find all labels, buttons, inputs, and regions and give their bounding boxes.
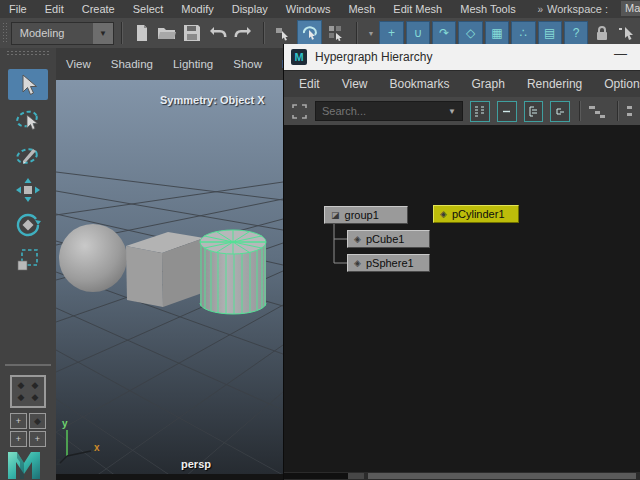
hg-menu-view[interactable]: View [331,77,379,91]
pointer-input-icon[interactable] [616,21,639,45]
menu-overflow-icon[interactable]: » [534,4,548,15]
snap-curve-icon[interactable]: ↷ [432,21,456,46]
search-input[interactable] [316,105,442,117]
hierarchy-select-icon[interactable] [272,21,295,45]
select-tool-icon[interactable] [8,69,48,100]
collapsed-list-view-icon[interactable] [550,101,570,122]
construction-plane-icon[interactable]: ▦ [485,21,509,46]
perspective-viewport[interactable]: Symmetry: Object X persp y x z [56,80,283,474]
hg-menu-options[interactable]: Options [593,77,640,91]
cylinder-object-selected[interactable] [200,230,266,314]
node-pcube1[interactable]: ◈ pCube1 [347,230,430,248]
hg-menu-bookmarks[interactable]: Bookmarks [378,77,460,91]
layout-button-plus[interactable]: + [10,413,27,429]
save-icon[interactable] [181,21,204,45]
maya-application-window: File Edit Create Select Modify Display W… [0,0,640,480]
hypergraph-titlebar[interactable]: M Hypergraph Hierarchy — [284,44,640,70]
toolbox-grip-handle[interactable] [6,50,50,56]
toolbar-separator [121,22,122,44]
toolbar-separator [263,22,264,44]
open-folder-icon[interactable] [155,21,178,45]
mesh-node-icon: ◈ [354,235,361,244]
node-pcylinder1-selected[interactable]: ◈ pCylinder1 [433,205,519,223]
menu-display[interactable]: Display [223,0,277,18]
help-question-icon[interactable]: ? [564,21,588,46]
panel-menu-renderer[interactable]: Rend [272,58,283,70]
undo-icon[interactable] [206,21,229,45]
hg-menu-edit[interactable]: Edit [288,77,331,91]
node-group1[interactable]: ◪ group1 [324,206,408,224]
cube-object[interactable] [126,232,205,307]
collapse-view-icon[interactable] [497,101,517,122]
lasso-select-tool-icon[interactable] [8,104,48,135]
toolbar-separator [356,22,357,44]
axis-x-label: x [94,442,100,453]
tool-box: ◆ ◆ ◆ ◆ + ◆ + + [0,48,56,480]
quick-layout-buttons: + ◆ + + [10,413,46,447]
workspace-dropdown[interactable]: May [621,1,640,16]
layout-button-plus[interactable]: + [29,431,46,447]
transform-node-icon: ◪ [331,211,340,220]
panel-menu-shading[interactable]: Shading [101,58,163,70]
snap-grid-icon[interactable]: + [379,21,403,46]
menu-file[interactable]: File [0,0,36,18]
window-title: Hypergraph Hierarchy [315,50,432,64]
toolbar-separator [579,101,580,121]
workspace-label: Workspace : [547,3,614,15]
menu-set-selector[interactable]: Modeling ▼ [11,22,114,45]
scale-tool-icon[interactable] [8,244,48,275]
mesh-node-icon: ◈ [440,210,447,219]
node-psphere1[interactable]: ◈ pSphere1 [347,254,430,272]
component-select-icon[interactable] [324,21,347,45]
horizontal-scrollbar[interactable] [284,472,640,480]
paint-select-tool-icon[interactable] [8,139,48,170]
rotate-tool-icon[interactable] [8,209,48,240]
menu-create[interactable]: Create [73,0,124,18]
object-select-icon[interactable] [297,20,322,46]
hg-menu-graph[interactable]: Graph [461,77,516,91]
sphere-object[interactable] [59,224,127,292]
menu-select[interactable]: Select [124,0,173,18]
panel-menu-show[interactable]: Show [223,58,272,70]
list-single-view-icon[interactable] [524,101,544,122]
symmetry-status-text: Symmetry: Object X [160,94,265,106]
menu-mesh[interactable]: Mesh [339,0,384,18]
scrollbar-thumb[interactable] [368,473,636,479]
chevron-down-icon[interactable]: ▼ [367,30,374,37]
menu-mesh-tools[interactable]: Mesh Tools [451,0,524,18]
hg-menu-rendering[interactable]: Rendering [516,77,593,91]
list-columns-view-icon[interactable] [470,101,490,122]
chevron-down-icon[interactable]: ▼ [93,23,113,44]
menu-edit[interactable]: Edit [36,0,73,18]
menu-modify[interactable]: Modify [172,0,222,18]
orientation-icon[interactable] [626,104,640,119]
minimize-button[interactable]: — [614,46,627,61]
make-live-icon[interactable]: ∴ [511,21,535,46]
diamond-icon: ◆ [32,382,39,389]
diamond-icon: ◆ [32,394,39,401]
menu-edit-mesh[interactable]: Edit Mesh [384,0,451,18]
redo-icon[interactable] [231,21,254,45]
layout-button-diamond[interactable]: ◆ [29,413,46,429]
hypergraph-canvas[interactable]: ◪ group1 ◈ pCylinder1 ◈ pCube1 ◈ pSphere… [284,125,640,472]
new-file-icon[interactable] [130,21,153,45]
snap-point-icon[interactable]: ◇ [458,21,482,46]
clapper-icon[interactable]: ▤ [538,21,562,46]
chevron-down-icon[interactable]: ▼ [442,107,462,116]
single-pane-layout-button[interactable]: ◆ ◆ ◆ ◆ [10,375,46,408]
menu-windows[interactable]: Windows [277,0,340,18]
frame-all-icon[interactable] [292,104,307,119]
magnet-curve-icon[interactable]: ∪ [406,21,430,46]
lock-icon[interactable] [590,21,613,45]
panel-menu-view[interactable]: View [56,58,101,70]
tree-layout-icon[interactable] [588,104,608,119]
hypergraph-toolbar: ▼ [284,97,640,125]
hypergraph-menubar: Edit View Bookmarks Graph Rendering Opti… [284,70,640,97]
toolbar-grip-handle[interactable] [2,22,8,44]
layout-button-plus[interactable]: + [10,431,27,447]
panel-menu-lighting[interactable]: Lighting [163,58,223,70]
move-tool-icon[interactable] [8,174,48,205]
node-label: pCylinder1 [452,208,505,220]
scrollbar-mini-thumb[interactable] [348,473,364,479]
search-box[interactable]: ▼ [315,101,463,121]
